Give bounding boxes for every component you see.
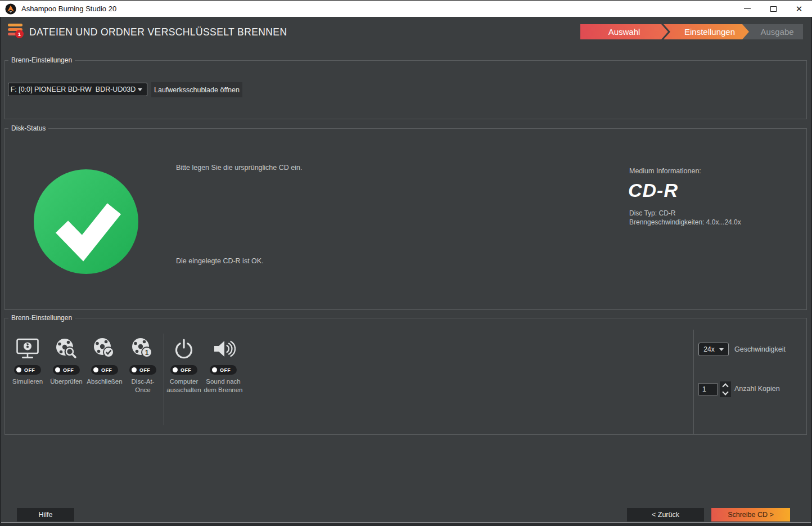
copies-stepper[interactable]: [720, 381, 731, 397]
wizard-steps: Auswahl Einstellungen Ausgabe: [580, 24, 803, 39]
drive-select[interactable]: F: [0:0] PIONEER BD-RW BDR-UD03D: [8, 83, 147, 96]
svg-text:1: 1: [145, 349, 149, 357]
toggle-switch[interactable]: OFF: [14, 365, 41, 375]
open-tray-button[interactable]: Laufwerksschublade öffnen: [151, 82, 242, 97]
toggle-ueberpruefen[interactable]: OFF Überprüfen: [47, 335, 85, 386]
toggle-abschliessen[interactable]: OFF Abschließen: [85, 335, 124, 386]
verify-disc-icon: [53, 335, 79, 362]
close-icon: ✕: [796, 5, 803, 13]
chevron-down-icon[interactable]: [722, 389, 728, 395]
disc-at-once-icon: 1: [130, 335, 156, 362]
write-cd-button[interactable]: Schreibe CD >: [711, 508, 790, 521]
help-button[interactable]: Hilfe: [17, 508, 74, 521]
main-menu-button[interactable]: 1: [8, 24, 23, 37]
medium-type-display: CD-R: [628, 179, 678, 201]
toggle-knob: [55, 367, 60, 372]
step-einstellungen[interactable]: Einstellungen: [664, 24, 749, 39]
window-title: Ashampoo Burning Studio 20: [21, 5, 116, 13]
toggle-knob: [16, 367, 21, 372]
toggle-switch[interactable]: OFF: [210, 365, 237, 375]
toggle-switch[interactable]: OFF: [129, 365, 156, 375]
chevron-down-icon: [719, 348, 724, 351]
maximize-button[interactable]: [760, 1, 786, 17]
minimize-icon: [744, 8, 751, 9]
drive-select-value: F: [0:0] PIONEER BD-RW BDR-UD03D: [8, 86, 138, 93]
group-legend: Brenn-Einstellungen: [8, 314, 75, 322]
toggle-knob: [132, 367, 137, 372]
window-bottom-strip: [0, 523, 812, 526]
copies-label: Anzahl Kopien: [734, 385, 780, 393]
divider: [693, 330, 694, 434]
speaker-icon: [211, 335, 236, 362]
close-button[interactable]: ✕: [786, 1, 812, 17]
toggle-switch[interactable]: OFF: [170, 365, 197, 375]
menu-notification-badge: 1: [15, 30, 24, 38]
simulate-monitor-icon: [15, 335, 40, 362]
step-auswahl[interactable]: Auswahl: [580, 24, 668, 39]
speed-select[interactable]: 24x: [698, 343, 729, 356]
toggle-switch[interactable]: OFF: [91, 365, 118, 375]
step-ausgabe[interactable]: Ausgabe: [742, 24, 803, 39]
minimize-button[interactable]: [734, 1, 760, 17]
copies-input[interactable]: 1: [698, 383, 718, 395]
hamburger-icon: [8, 24, 22, 26]
group-legend: Disk-Status: [8, 124, 48, 132]
group-legend: Brenn-Einstellungen: [8, 56, 75, 64]
medium-info-heading: Medium Informationen:: [629, 167, 701, 175]
chevron-down-icon: [138, 88, 142, 91]
status-message-top: Bitte legen Sie die ursprüngliche CD ein…: [176, 164, 302, 172]
page-title: DATEIEN UND ORDNER VERSCHLÜSSELT BRENNEN: [29, 26, 287, 38]
disk-status-group: Disk-Status Bitte legen Sie die ursprüng…: [4, 128, 807, 310]
status-message-bottom: Die eingelegte CD-R ist OK.: [176, 257, 264, 265]
toggle-knob: [93, 367, 98, 372]
titlebar[interactable]: Ashampoo Burning Studio 20 ✕: [0, 1, 812, 17]
burn-speeds-text: Brenngeschwindigkeiten: 4.0x...24.0x: [629, 218, 741, 226]
disc-type-text: Disc Typ: CD-R: [629, 209, 675, 217]
speed-label: Geschwindigkeit: [734, 345, 786, 353]
finalize-disc-icon: [92, 335, 118, 362]
toggle-knob: [212, 367, 217, 372]
back-button[interactable]: < Zurück: [627, 508, 704, 521]
toggle-disc-at-once[interactable]: 1 OFF Disc-At-Once: [124, 335, 162, 394]
app-window: Ashampoo Burning Studio 20 ✕ 1 DATEIEN U…: [0, 0, 812, 526]
app-logo-icon: [5, 3, 16, 15]
power-icon: [172, 335, 196, 362]
toggle-sound-nach-brennen[interactable]: OFF Sound nach dem Brennen: [200, 335, 247, 394]
maximize-icon: [770, 6, 777, 12]
disc-ok-check-icon: [34, 169, 138, 274]
toggle-switch[interactable]: OFF: [53, 365, 80, 375]
toggle-simulieren[interactable]: OFF Simulieren: [8, 335, 47, 386]
burn-settings-top-group: Brenn-Einstellungen F: [0:0] PIONEER BD-…: [4, 60, 807, 119]
window-left-border: [0, 17, 1, 526]
burn-settings-bottom-group: Brenn-Einstellungen OFF Simulieren: [4, 318, 807, 435]
toggle-knob: [173, 367, 178, 372]
